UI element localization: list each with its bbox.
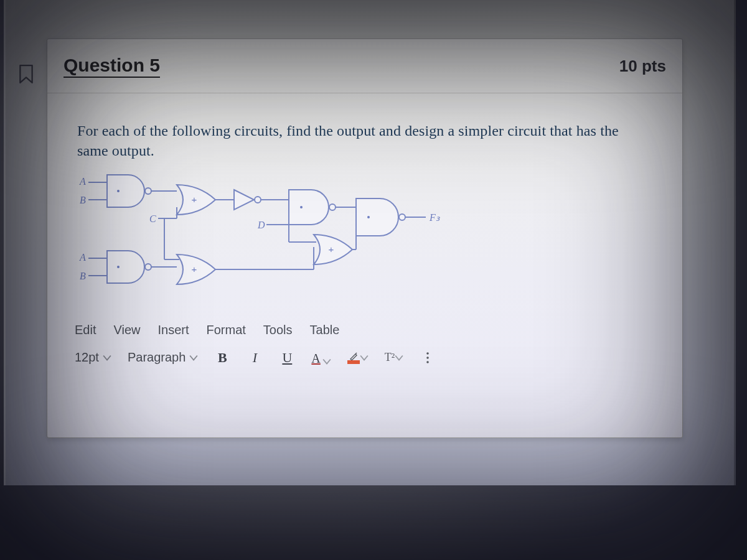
text-color-label: A bbox=[311, 352, 320, 366]
chevron-down-icon bbox=[103, 353, 111, 362]
svg-point-13 bbox=[329, 204, 336, 210]
highlight-button[interactable] bbox=[347, 350, 369, 366]
menu-table[interactable]: Table bbox=[310, 323, 340, 337]
question-prompt: For each of the following circuits, find… bbox=[47, 93, 682, 169]
paragraph-style-select[interactable]: Paragraph bbox=[128, 350, 198, 365]
question-title: Question 5 bbox=[63, 55, 160, 78]
circuit-diagram: .w { stroke:#7a89c4; stroke-width:2; fil… bbox=[47, 169, 682, 320]
svg-point-19 bbox=[117, 266, 120, 268]
label-A2: A bbox=[79, 252, 86, 263]
svg-point-34 bbox=[426, 352, 429, 355]
underline-button[interactable]: U bbox=[279, 350, 295, 366]
kebab-icon bbox=[421, 352, 434, 364]
superscript-label: T² bbox=[385, 351, 395, 364]
svg-point-9 bbox=[255, 197, 261, 203]
menu-insert[interactable]: Insert bbox=[157, 323, 189, 337]
chevron-down-icon bbox=[189, 353, 198, 362]
chevron-down-icon bbox=[360, 353, 369, 362]
svg-point-31 bbox=[399, 214, 405, 220]
menu-format[interactable]: Format bbox=[207, 323, 246, 337]
svg-text:+: + bbox=[192, 264, 197, 274]
svg-text:+: + bbox=[192, 194, 197, 205]
label-B2: B bbox=[80, 271, 86, 281]
svg-point-35 bbox=[426, 357, 429, 359]
svg-point-2 bbox=[145, 188, 151, 194]
bookmark-icon[interactable] bbox=[18, 65, 34, 83]
label-B1: B bbox=[80, 195, 86, 205]
svg-point-36 bbox=[426, 361, 429, 363]
screen-surface: Question 5 10 pts For each of the follow… bbox=[4, 0, 736, 485]
label-D: D bbox=[257, 220, 265, 230]
font-size-value: 12pt bbox=[75, 350, 99, 365]
svg-point-32 bbox=[367, 216, 370, 218]
label-output: F₃ bbox=[429, 212, 440, 223]
svg-point-18 bbox=[145, 264, 151, 270]
superscript-button[interactable]: T² bbox=[385, 350, 403, 366]
text-color-button[interactable]: A bbox=[311, 350, 331, 366]
menu-edit[interactable]: Edit bbox=[75, 323, 96, 337]
paragraph-style-value: Paragraph bbox=[128, 350, 186, 365]
editor-menubar: Edit View Insert Format Tools Table bbox=[47, 320, 682, 341]
question-points: 10 pts bbox=[619, 57, 666, 76]
question-header: Question 5 10 pts bbox=[47, 39, 682, 93]
font-size-select[interactable]: 12pt bbox=[75, 350, 111, 365]
label-C: C bbox=[149, 213, 156, 224]
bold-button[interactable]: B bbox=[214, 350, 230, 366]
chevron-down-icon bbox=[395, 353, 403, 362]
svg-point-3 bbox=[117, 190, 120, 192]
svg-point-14 bbox=[300, 206, 303, 208]
svg-text:+: + bbox=[329, 244, 334, 254]
question-card: Question 5 10 pts For each of the follow… bbox=[47, 39, 683, 438]
italic-button[interactable]: I bbox=[247, 350, 263, 366]
menu-tools[interactable]: Tools bbox=[263, 323, 293, 337]
menu-view[interactable]: View bbox=[113, 323, 140, 337]
more-button[interactable] bbox=[420, 350, 436, 366]
label-A1: A bbox=[79, 176, 86, 187]
highlight-icon bbox=[347, 352, 360, 364]
chevron-down-icon bbox=[322, 357, 331, 366]
editor-toolbar: 12pt Paragraph B I U A T² bbox=[47, 341, 682, 366]
